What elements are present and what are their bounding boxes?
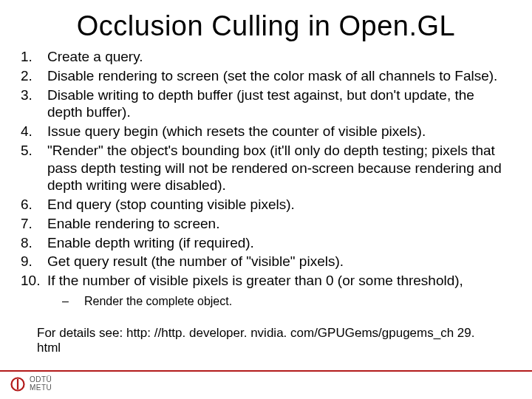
divider bbox=[0, 370, 532, 372]
step-number: 4. bbox=[21, 123, 47, 140]
step-text: End query (stop counting visible pixels)… bbox=[47, 196, 511, 214]
slide-content: 1.Create a query. 2.Disable rendering to… bbox=[0, 48, 532, 355]
bullet-dash: – bbox=[62, 294, 84, 310]
list-item: 2.Disable rendering to screen (set the c… bbox=[21, 67, 511, 85]
list-item: –Render the complete object. bbox=[62, 294, 511, 310]
step-text: Get query result (the number of "visible… bbox=[47, 253, 511, 270]
details-text: For details see: http: //http. developer… bbox=[21, 326, 511, 355]
list-item: 4.Issue query begin (which resets the co… bbox=[21, 123, 511, 140]
step-number: 1. bbox=[21, 48, 47, 66]
step-number: 3. bbox=[21, 86, 47, 122]
list-item: 3.Disable writing to depth buffer (just … bbox=[21, 86, 511, 122]
list-item: 6.End query (stop counting visible pixel… bbox=[21, 196, 511, 214]
logo-line-1: ODTÜ bbox=[30, 376, 52, 384]
step-text: Enable depth writing (if required). bbox=[47, 234, 511, 252]
slide-title: Occlusion Culling in Open.GL bbox=[0, 0, 532, 48]
list-item: 10.If the number of visible pixels is gr… bbox=[21, 272, 511, 290]
list-item: 5."Render" the object's bounding box (it… bbox=[21, 142, 511, 194]
list-item: 8.Enable depth writing (if required). bbox=[21, 234, 511, 252]
step-text: Disable writing to depth buffer (just te… bbox=[47, 86, 511, 122]
steps-list: 1.Create a query. 2.Disable rendering to… bbox=[21, 48, 511, 290]
step-number: 6. bbox=[21, 196, 47, 214]
logo-text: ODTÜ METU bbox=[30, 376, 52, 392]
logo-icon bbox=[10, 377, 25, 392]
step-text: Create a query. bbox=[47, 48, 511, 66]
step-number: 9. bbox=[21, 253, 47, 270]
step-number: 2. bbox=[21, 67, 47, 85]
logo: ODTÜ METU bbox=[0, 376, 532, 392]
step-number: 5. bbox=[21, 142, 47, 194]
step-number: 8. bbox=[21, 234, 47, 252]
svg-rect-1 bbox=[17, 379, 18, 389]
step-number: 10. bbox=[21, 272, 47, 290]
substep-text: Render the complete object. bbox=[84, 294, 232, 310]
slide: Occlusion Culling in Open.GL 1.Create a … bbox=[0, 0, 532, 399]
list-item: 9.Get query result (the number of "visib… bbox=[21, 253, 511, 270]
step-text: Enable rendering to screen. bbox=[47, 215, 511, 233]
step-number: 7. bbox=[21, 215, 47, 233]
substeps-list: –Render the complete object. bbox=[62, 294, 511, 310]
step-text: If the number of visible pixels is great… bbox=[47, 272, 511, 290]
list-item: 7.Enable rendering to screen. bbox=[21, 215, 511, 233]
list-item: 1.Create a query. bbox=[21, 48, 511, 66]
step-text: "Render" the object's bounding box (it'l… bbox=[47, 142, 511, 194]
slide-footer: ODTÜ METU bbox=[0, 370, 532, 392]
step-text: Disable rendering to screen (set the col… bbox=[47, 67, 511, 85]
step-text: Issue query begin (which resets the coun… bbox=[47, 123, 511, 140]
logo-line-2: METU bbox=[30, 384, 52, 392]
